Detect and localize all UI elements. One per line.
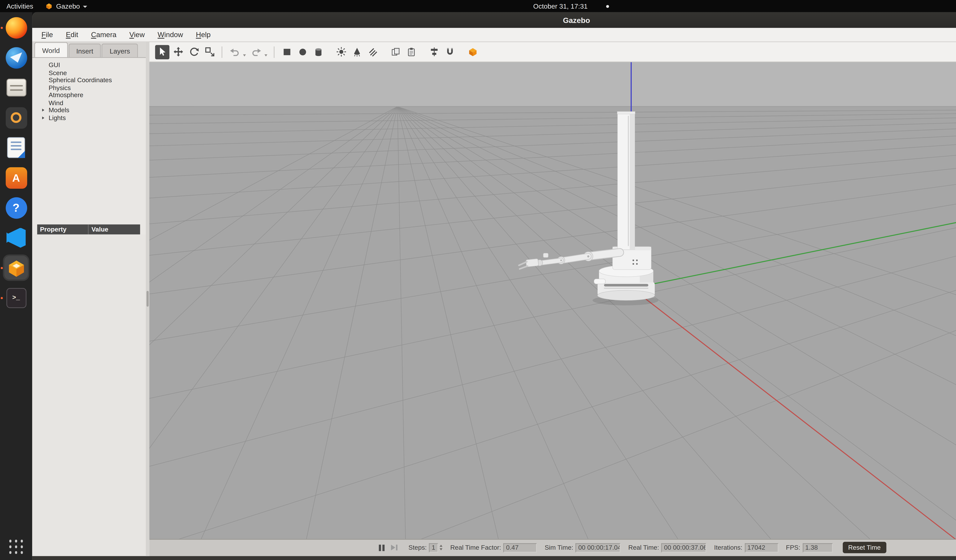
dock-item-firefox[interactable]: [4, 16, 28, 39]
translate-tool-button[interactable]: [171, 45, 185, 59]
redo-history-caret-icon[interactable]: [264, 54, 267, 56]
show-applications-button[interactable]: [9, 540, 23, 554]
notification-dot: [606, 5, 609, 8]
property-table-header: Property Value: [37, 225, 140, 234]
box-icon: [281, 46, 292, 57]
desktop: Activities Gazebo October 31, 17:31 A ?: [0, 0, 956, 560]
menu-file[interactable]: File: [35, 28, 60, 41]
paste-icon: [406, 46, 417, 57]
tree-item-spherical-coordinates[interactable]: Spherical Coordinates: [32, 77, 146, 84]
spot-light-button[interactable]: [349, 45, 364, 59]
scale-tool-button[interactable]: [202, 45, 217, 59]
view-area: Steps: 1 Real Time Factor: 0.47 Sim Time…: [149, 42, 956, 556]
dock: A ? >_: [0, 12, 32, 560]
dock-item-thunderbird[interactable]: [4, 46, 28, 69]
activities-button[interactable]: Activities: [0, 0, 39, 12]
splitter-handle-icon[interactable]: [146, 291, 149, 307]
point-light-icon: [336, 46, 346, 57]
iterations-value: 17042: [745, 543, 778, 552]
directional-light-button[interactable]: [365, 45, 379, 59]
translate-icon: [173, 46, 183, 57]
tree-item-atmosphere[interactable]: Atmosphere: [32, 91, 146, 99]
dock-item-gazebo[interactable]: [4, 256, 28, 279]
rotate-icon: [188, 46, 199, 57]
point-light-button[interactable]: [334, 45, 348, 59]
expand-arrow-icon[interactable]: [42, 116, 49, 119]
insert-box-button[interactable]: [280, 45, 294, 59]
fps-label: FPS:: [786, 544, 800, 551]
panel-tabs: World Insert Layers: [32, 42, 146, 58]
panel-splitter[interactable]: [146, 42, 149, 556]
real-time-factor-label: Real Time Factor:: [450, 544, 501, 551]
tree-item-models[interactable]: Models: [32, 107, 146, 114]
dock-item-terminal[interactable]: >_: [4, 286, 28, 309]
dock-item-help[interactable]: ?: [4, 196, 28, 219]
snap-button[interactable]: [442, 45, 457, 59]
tree-item-scene[interactable]: Scene: [32, 69, 146, 77]
reset-time-button[interactable]: Reset Time: [843, 542, 887, 553]
terminal-icon: >_: [6, 288, 26, 308]
media-app-icon: [5, 107, 27, 128]
render-viewport[interactable]: [149, 62, 956, 539]
world-tree: GUI Scene Spherical Coordinates Physics …: [32, 58, 146, 225]
app-menu-button[interactable]: Gazebo: [39, 0, 93, 12]
left-panel: World Insert Layers GUI Scene Spherical …: [32, 42, 146, 556]
sim-time-label: Sim Time:: [545, 544, 573, 551]
tree-item-wind[interactable]: Wind: [32, 99, 146, 107]
copy-button[interactable]: [388, 45, 403, 59]
align-icon: [428, 46, 439, 57]
tree-item-gui[interactable]: GUI: [32, 61, 146, 69]
sphere-icon: [297, 46, 308, 57]
render-toolbar: [149, 42, 956, 62]
dock-item-media-app[interactable]: [4, 106, 28, 129]
steps-label: Steps:: [409, 544, 426, 551]
select-tool-button[interactable]: [155, 45, 170, 59]
files-icon: [6, 79, 26, 96]
menu-edit[interactable]: Edit: [60, 28, 85, 41]
property-table-body: [32, 234, 146, 555]
gazebo-window: Gazebo – ✕ File Edit Camera View Window …: [32, 12, 956, 560]
undo-history-caret-icon[interactable]: [243, 54, 246, 56]
steps-spin-arrows-icon[interactable]: [440, 545, 442, 550]
undo-button[interactable]: [227, 45, 242, 59]
undo-icon: [229, 46, 240, 57]
dock-item-vscode[interactable]: [4, 226, 28, 249]
menubar: File Edit Camera View Window Help: [32, 28, 956, 42]
ubuntu-software-icon: A: [5, 167, 27, 188]
real-time-value: 00 00:00:37.067: [661, 543, 706, 552]
redo-button[interactable]: [249, 45, 263, 59]
tree-item-lights[interactable]: Lights: [32, 114, 146, 121]
dock-item-ubuntu-software[interactable]: A: [4, 166, 28, 189]
clock[interactable]: October 31, 17:31: [533, 2, 588, 10]
expand-arrow-icon[interactable]: [42, 109, 49, 112]
step-button[interactable]: [392, 545, 398, 551]
sky: [149, 62, 956, 107]
libreoffice-writer-icon: [7, 137, 25, 158]
scale-icon: [204, 46, 215, 57]
rotate-tool-button[interactable]: [187, 45, 201, 59]
menu-help[interactable]: Help: [189, 28, 217, 41]
menu-view[interactable]: View: [123, 28, 151, 41]
tab-insert[interactable]: Insert: [68, 44, 101, 57]
dock-item-files[interactable]: [4, 76, 28, 99]
steps-spinbox[interactable]: 1: [429, 543, 438, 552]
dock-item-libreoffice-writer[interactable]: [4, 136, 28, 159]
pause-button[interactable]: [379, 544, 385, 551]
render-canvas[interactable]: [149, 62, 956, 539]
tab-world[interactable]: World: [34, 42, 68, 57]
tab-layers[interactable]: Layers: [102, 44, 138, 57]
thunderbird-icon: [5, 47, 27, 68]
insert-cylinder-button[interactable]: [311, 45, 325, 59]
menu-window[interactable]: Window: [151, 28, 189, 41]
menu-camera[interactable]: Camera: [85, 28, 123, 41]
insert-sphere-button[interactable]: [295, 45, 310, 59]
tree-item-physics[interactable]: Physics: [32, 84, 146, 91]
window-bottom-edge: [32, 556, 956, 560]
paste-button[interactable]: [404, 45, 418, 59]
view-angle-button[interactable]: [465, 45, 480, 59]
align-button[interactable]: [427, 45, 441, 59]
window-titlebar[interactable]: Gazebo – ✕: [32, 12, 956, 28]
firefox-icon: [5, 17, 27, 38]
sim-time-value: 00 00:00:17.042: [575, 543, 620, 552]
real-time-factor-value: 0.47: [503, 543, 537, 552]
